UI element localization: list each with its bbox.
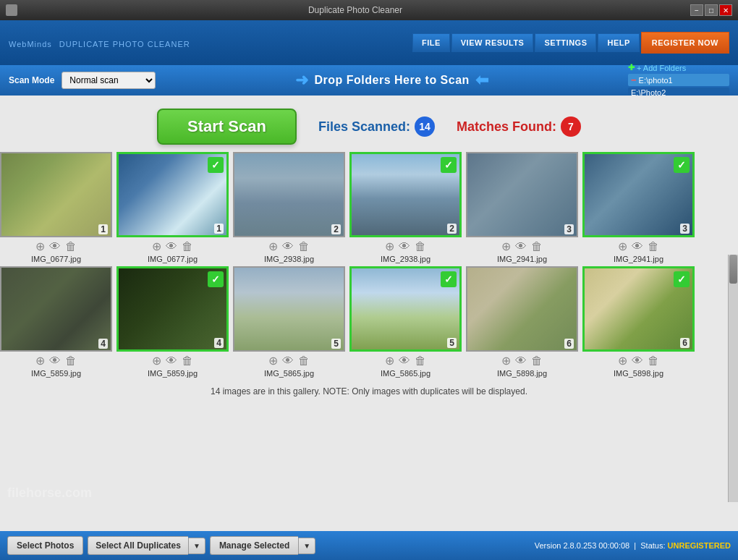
header: WebMinds DUPLICATE PHOTO CLEANER FILE VI… <box>0 20 738 65</box>
add-icon[interactable]: ⊕ <box>152 354 161 368</box>
view-icon[interactable]: 👁 <box>282 355 294 368</box>
view-icon[interactable]: 👁 <box>282 240 294 253</box>
photo-item-5898-2: ✓ 6 ⊕ 👁 🗑 IMG_5898.jpg <box>582 266 695 378</box>
title-bar: Duplicate Photo Cleaner − □ ✕ <box>0 0 738 20</box>
drop-zone-text: Drop Folders Here to Scan <box>315 74 470 87</box>
scroll-thumb[interactable] <box>729 255 737 284</box>
folder-entry-1[interactable]: − E:\photo1 <box>628 74 729 86</box>
add-icon[interactable]: ⊕ <box>618 239 627 253</box>
arrow-left-icon: ⬅ <box>475 71 489 90</box>
select-all-dropdown-arrow[interactable]: ▼ <box>188 538 205 554</box>
add-icon[interactable]: ⊕ <box>152 239 161 253</box>
view-icon[interactable]: 👁 <box>49 240 61 253</box>
photo-item-5859-2: ✓ 4 ⊕ 👁 🗑 IMG_5859.jpg <box>116 266 229 378</box>
start-scan-button[interactable]: Start Scan <box>157 109 297 145</box>
scan-mode-select[interactable]: Normal scan Fast scan Deep scan <box>62 72 156 89</box>
photo-actions-2938-2: ⊕ 👁 🗑 <box>385 239 426 253</box>
view-results-button[interactable]: VIEW RESULTS <box>451 33 534 52</box>
photo-thumb-5898-1[interactable]: 6 <box>466 266 578 352</box>
add-icon[interactable]: ⊕ <box>385 354 394 368</box>
delete-icon[interactable]: 🗑 <box>298 240 310 253</box>
select-all-duplicates-button[interactable]: Select All Duplicates <box>88 536 188 555</box>
delete-icon[interactable]: 🗑 <box>298 355 310 368</box>
view-icon[interactable]: 👁 <box>166 240 177 253</box>
group-number: 1 <box>98 224 108 234</box>
group-number: 5 <box>331 339 341 349</box>
view-icon[interactable]: 👁 <box>515 355 527 368</box>
close-button[interactable]: ✕ <box>719 4 732 16</box>
select-photos-button[interactable]: Select Photos <box>7 536 83 555</box>
photo-thumb-2941-1[interactable]: 3 <box>466 152 578 237</box>
window-title: Duplicate Photo Cleaner <box>20 5 690 15</box>
photo-thumb-0677-1[interactable]: 1 <box>0 152 112 237</box>
photo-thumb-2938-2[interactable]: ✓ 2 <box>349 152 462 237</box>
maximize-button[interactable]: □ <box>705 4 718 16</box>
view-icon[interactable]: 👁 <box>515 240 527 253</box>
photo-actions-2938-1: ⊕ 👁 🗑 <box>268 239 310 253</box>
delete-icon[interactable]: 🗑 <box>182 240 193 253</box>
photo-thumb-2941-2[interactable]: ✓ 3 <box>582 152 695 237</box>
add-folder-button[interactable]: ✚ + Add Folders <box>628 63 686 72</box>
view-icon[interactable]: 👁 <box>166 355 177 368</box>
photo-thumb-5898-2[interactable]: ✓ 6 <box>582 266 695 352</box>
photo-name-0677-1: IMG_0677.jpg <box>31 255 81 263</box>
photo-actions-5865-1: ⊕ 👁 🗑 <box>268 354 310 368</box>
group-number: 6 <box>564 339 574 349</box>
manage-selected-button[interactable]: Manage Selected <box>210 536 298 555</box>
delete-icon[interactable]: 🗑 <box>531 355 543 368</box>
add-icon[interactable]: ⊕ <box>501 239 511 253</box>
delete-icon[interactable]: 🗑 <box>182 355 193 368</box>
scrollbar[interactable] <box>728 255 738 502</box>
version-info: Version 2.8.0.253 00:00:08 | Status: UNR… <box>535 541 731 550</box>
delete-icon[interactable]: 🗑 <box>415 355 426 368</box>
status-label: Status: <box>640 541 665 550</box>
brand: WebMinds DUPLICATE PHOTO CLEANER <box>9 35 193 51</box>
photo-thumb-5865-1[interactable]: 5 <box>233 266 345 352</box>
add-icon[interactable]: ⊕ <box>268 239 278 253</box>
add-icon[interactable]: ⊕ <box>385 239 394 253</box>
add-folder-label: + Add Folders <box>637 64 686 72</box>
photo-thumb-5859-1[interactable]: 4 <box>0 266 112 352</box>
view-icon[interactable]: 👁 <box>399 240 410 253</box>
photo-thumb-2938-1[interactable]: 2 <box>233 152 345 237</box>
delete-icon[interactable]: 🗑 <box>648 240 659 253</box>
view-icon[interactable]: 👁 <box>632 355 643 368</box>
minimize-button[interactable]: − <box>690 4 703 16</box>
file-menu-button[interactable]: FILE <box>412 33 450 52</box>
group-number: 5 <box>447 338 457 348</box>
add-icon[interactable]: ⊕ <box>35 354 45 368</box>
photo-actions-5898-1: ⊕ 👁 🗑 <box>501 354 543 368</box>
add-icon[interactable]: ⊕ <box>268 354 278 368</box>
watermark: filehorse.com <box>7 485 92 501</box>
delete-icon[interactable]: 🗑 <box>648 355 659 368</box>
delete-icon[interactable]: 🗑 <box>65 355 77 368</box>
photo-name-2941-2: IMG_2941.jpg <box>614 255 663 263</box>
view-icon[interactable]: 👁 <box>49 355 61 368</box>
delete-icon[interactable]: 🗑 <box>65 240 77 253</box>
brand-sub: WebMinds <box>9 40 52 48</box>
register-button[interactable]: REGISTER NOW <box>641 32 729 54</box>
view-icon[interactable]: 👁 <box>399 355 410 368</box>
delete-icon[interactable]: 🗑 <box>531 240 543 253</box>
photo-name-2938-2: IMG_2938.jpg <box>381 255 430 263</box>
add-icon[interactable]: ⊕ <box>618 354 627 368</box>
photo-thumb-0677-2[interactable]: ✓ 1 <box>116 152 229 237</box>
window-controls: − □ ✕ <box>690 4 732 16</box>
settings-button[interactable]: SETTINGS <box>535 33 596 52</box>
manage-selected-dropdown-arrow[interactable]: ▼ <box>298 538 315 554</box>
help-button[interactable]: HELP <box>598 33 639 52</box>
selected-check: ✓ <box>441 157 457 173</box>
delete-icon[interactable]: 🗑 <box>415 240 426 253</box>
photo-name-5865-2: IMG_5865.jpg <box>381 369 430 378</box>
remove-folder-icon[interactable]: − <box>631 75 637 85</box>
selected-check: ✓ <box>674 157 690 173</box>
brand-main: DUPLICATE PHOTO CLEANER <box>59 40 190 48</box>
drop-zone[interactable]: ➜ Drop Folders Here to Scan ⬅ <box>163 71 621 90</box>
photo-thumb-5865-2[interactable]: ✓ 5 <box>349 266 462 352</box>
photo-thumb-5859-2[interactable]: ✓ 4 <box>116 266 229 352</box>
photo-actions-5865-2: ⊕ 👁 🗑 <box>385 354 426 368</box>
photo-item-5859-1: 4 ⊕ 👁 🗑 IMG_5859.jpg <box>0 266 112 378</box>
add-icon[interactable]: ⊕ <box>501 354 511 368</box>
view-icon[interactable]: 👁 <box>632 240 643 253</box>
add-icon[interactable]: ⊕ <box>35 239 45 253</box>
